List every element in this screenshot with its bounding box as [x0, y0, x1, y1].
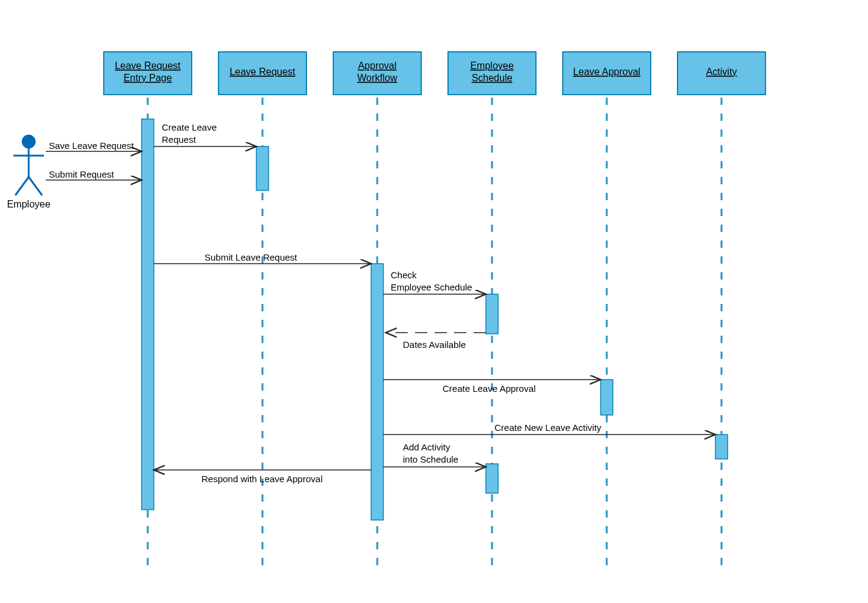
- participant-label: Leave Request: [230, 67, 295, 77]
- participant-leave-request: Leave Request: [219, 52, 306, 95]
- uml-sequence-diagram: Leave Request Entry Page Leave Request A…: [0, 0, 868, 603]
- msg-label: Employee Schedule: [391, 282, 472, 292]
- svg-line-8: [15, 177, 29, 195]
- activation-bar: [486, 294, 498, 334]
- msg-label: Dates Available: [403, 339, 466, 350]
- msg-label: Create Leave: [162, 122, 217, 132]
- participant-label: Activity: [706, 67, 737, 77]
- actor-head-icon: [22, 135, 35, 148]
- participant-label: Leave Approval: [573, 67, 640, 77]
- participant-label: Leave Request: [115, 60, 181, 71]
- participant-activity: Activity: [678, 52, 765, 95]
- actor-label: Employee: [7, 199, 50, 209]
- msg-label: Add Activity: [403, 442, 450, 452]
- participant-leave-approval: Leave Approval: [563, 52, 651, 95]
- participant-label: Entry Page: [123, 73, 172, 83]
- participant-employee-schedule: Employee Schedule: [448, 52, 536, 95]
- msg-label: Request: [162, 134, 197, 145]
- svg-line-9: [29, 177, 42, 195]
- msg-label: Submit Leave Request: [204, 252, 298, 262]
- participant-approval-workflow: Approval Workflow: [333, 52, 421, 95]
- participant-label: Workflow: [357, 73, 397, 83]
- activation-bar: [486, 464, 498, 493]
- participant-label: Employee: [470, 60, 513, 71]
- msg-label: Save Leave Request: [49, 140, 134, 151]
- msg-label: into Schedule: [403, 454, 458, 464]
- msg-label: Respond with Leave Approval: [201, 474, 322, 484]
- participant-leave-request-entry-page: Leave Request Entry Page: [104, 52, 192, 95]
- activation-bar: [256, 146, 269, 190]
- activation-bar: [142, 119, 154, 510]
- msg-label: Submit Request: [49, 169, 115, 179]
- participant-label: Schedule: [472, 73, 513, 83]
- msg-label: Create Leave Approval: [443, 383, 536, 394]
- activation-bar: [371, 264, 383, 520]
- participant-label: Approval: [358, 60, 396, 71]
- activation-bar: [715, 435, 728, 459]
- msg-label: Create New Leave Activity: [494, 422, 602, 433]
- activation-bar: [601, 380, 613, 415]
- actor-employee: Employee: [7, 135, 50, 209]
- msg-label: Check: [391, 270, 417, 280]
